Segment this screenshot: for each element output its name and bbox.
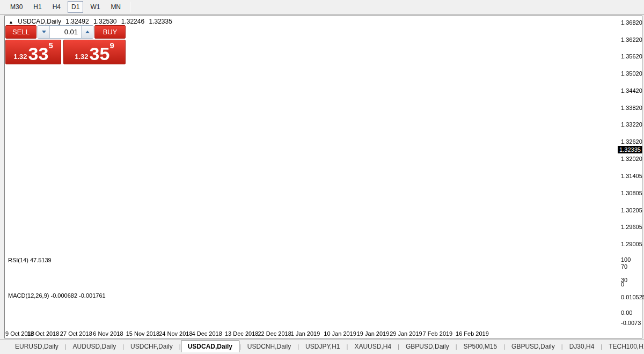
date-axis-label: 7 Feb 2019 xyxy=(423,330,453,337)
price-axis-label: 1.36820 xyxy=(621,19,642,26)
tab-tech100-h1[interactable]: TECH100,H1 xyxy=(602,341,644,352)
ohlc-close: 1.32335 xyxy=(149,18,172,25)
rsi-scale-label: 0 xyxy=(621,281,624,287)
price-axis-label: 1.32020 xyxy=(621,156,642,162)
date-axis-label: 1 Jan 2019 xyxy=(291,330,320,337)
chart-ohlc-header: ▲ USDCAD,Daily 1.32492 1.32530 1.32246 1… xyxy=(9,18,175,25)
buy-price-sup: 9 xyxy=(109,41,114,49)
tab-usdchf-daily[interactable]: USDCHF,Daily xyxy=(124,341,179,352)
tab-gbpusd-daily[interactable]: GBPUSD,Daily xyxy=(505,341,561,352)
tab-usdjpy-h1[interactable]: USDJPY,H1 xyxy=(299,341,346,352)
rsi-scale-label: 100 xyxy=(621,256,631,263)
macd-scale-label: -0.0073 xyxy=(621,320,641,326)
buy-button[interactable]: BUY xyxy=(94,25,126,39)
toolbar-divider xyxy=(130,2,130,12)
volume-stepper: 0.01 xyxy=(38,25,93,39)
ohlc-high: 1.32530 xyxy=(93,18,116,25)
price-axis-label: 1.32620 xyxy=(621,138,642,145)
date-axis-label: 10 Jan 2019 xyxy=(324,330,356,337)
rsi-title: RSI(14) 47.5139 xyxy=(8,257,52,263)
tab-usdcad-daily[interactable]: USDCAD,Daily xyxy=(181,341,239,352)
collapse-panel-icon[interactable]: ▲ xyxy=(9,19,13,25)
buy-price-big: 35 xyxy=(90,46,110,62)
rsi-scale-label: 70 xyxy=(621,263,627,270)
chart-symbol-label: USDCAD,Daily xyxy=(18,18,61,25)
volume-input[interactable]: 0.01 xyxy=(50,26,81,38)
date-axis-label: 15 Nov 2018 xyxy=(126,330,159,337)
volume-increase-button[interactable] xyxy=(81,26,93,38)
sell-price-prefix: 1.32 xyxy=(13,53,27,62)
tab-eurusd-daily[interactable]: EURUSD,Daily xyxy=(9,341,65,352)
ohlc-open: 1.32492 xyxy=(65,18,89,25)
price-axis-label: 1.33820 xyxy=(621,105,642,111)
tab-usdcnh-daily[interactable]: USDCNH,Daily xyxy=(241,341,297,352)
sell-button[interactable]: SELL xyxy=(5,25,36,39)
tf-button-mn[interactable]: MN xyxy=(107,1,125,13)
price-axis-label: 1.35020 xyxy=(621,70,642,77)
current-price-badge: 1.32335 xyxy=(618,146,642,153)
tf-button-w1[interactable]: W1 xyxy=(86,1,104,13)
price-axis-label: 1.29605 xyxy=(621,224,642,230)
chart-tab-bar: EURUSD,Daily|AUDUSD,Daily|USDCHF,Daily|U… xyxy=(0,339,644,353)
tab-xauusd-h4[interactable]: XAUUSD,H4 xyxy=(348,341,398,352)
buy-price-panel[interactable]: 1.32359 xyxy=(63,40,126,64)
macd-title: MACD(12,26,9) -0.000682 -0.001761 xyxy=(8,292,106,299)
tab-audusd-daily[interactable]: AUDUSD,Daily xyxy=(67,341,123,352)
tf-button-d1[interactable]: D1 xyxy=(68,1,83,13)
trading-terminal: M30H1H4D1W1MN ▲ USDCAD,Daily 1.32492 1.3… xyxy=(0,0,644,354)
price-axis-label: 1.35620 xyxy=(621,53,642,60)
tab-sp500-m15[interactable]: SP500,M15 xyxy=(457,341,504,352)
tab-gbpusd-daily[interactable]: GBPUSD,Daily xyxy=(399,341,456,352)
price-axis-label: 1.34420 xyxy=(621,87,642,94)
tab-dj30-h4[interactable]: DJ30,H4 xyxy=(563,341,601,352)
price-axis-label: 1.30805 xyxy=(621,190,642,196)
tf-button-h1[interactable]: H1 xyxy=(30,1,45,13)
rsi-pane[interactable] xyxy=(5,255,617,289)
chevron-up-icon xyxy=(85,31,90,33)
buy-price-prefix: 1.32 xyxy=(75,53,88,62)
tf-button-m30[interactable]: M30 xyxy=(6,1,26,13)
macd-scale-label: 0.00 xyxy=(621,309,632,316)
date-axis-label: 6 Nov 2018 xyxy=(93,330,123,337)
price-axis-label: 1.30205 xyxy=(621,207,642,213)
chevron-down-icon xyxy=(42,31,46,33)
date-axis-label: 24 Nov 2018 xyxy=(159,330,192,337)
date-axis-label: 29 Jan 2019 xyxy=(390,330,422,337)
timeframe-toolbar: M30H1H4D1W1MN xyxy=(0,0,644,14)
volume-decrease-button[interactable] xyxy=(38,26,50,38)
date-axis-label: 13 Dec 2018 xyxy=(225,330,258,337)
date-axis-label: 16 Feb 2019 xyxy=(456,330,489,337)
date-axis-label: 22 Dec 2018 xyxy=(258,330,291,337)
macd-values: -0.000682 -0.001761 xyxy=(50,292,105,299)
tf-button-h4[interactable]: H4 xyxy=(49,1,64,13)
date-axis-label: 27 Oct 2018 xyxy=(60,330,92,337)
ohlc-low: 1.32246 xyxy=(121,18,144,25)
price-axis-label: 1.33220 xyxy=(621,121,642,128)
sell-price-sup: 5 xyxy=(48,41,53,49)
date-axis-label: 19 Jan 2019 xyxy=(357,330,390,337)
macd-scale-label: 0.010525 xyxy=(621,294,644,300)
one-click-trading-panel: SELL 0.01 BUY 1.32335 1.32359 xyxy=(5,25,126,64)
price-axis-label: 1.29005 xyxy=(621,241,642,247)
price-axis-label: 1.31405 xyxy=(621,173,642,179)
sell-price-big: 33 xyxy=(28,46,49,62)
price-axis-label: 1.36220 xyxy=(621,36,642,43)
date-axis-label: 18 Oct 2018 xyxy=(27,330,59,337)
date-axis-label: 4 Dec 2018 xyxy=(192,330,222,337)
rsi-value: 47.5139 xyxy=(30,257,52,263)
sell-price-panel[interactable]: 1.32335 xyxy=(5,40,61,64)
